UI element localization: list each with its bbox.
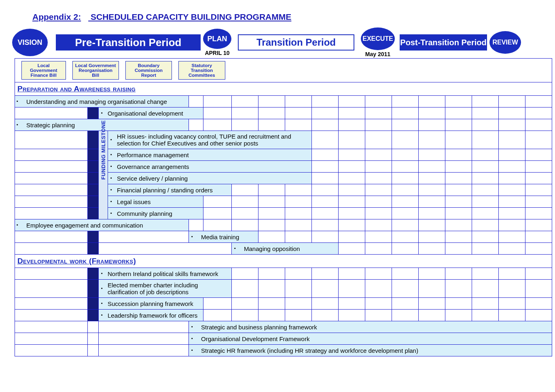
tag-finance-bill: Local GovernmentFinance Bill [21, 61, 66, 80]
row-strategic-planning: Strategic planning [15, 119, 552, 131]
row-succession-planning: Succession planning framework [15, 298, 552, 310]
cell-org-development: Organisational development [99, 107, 203, 119]
review-badge: REVIEW [489, 31, 521, 54]
section-preparation: Preparation and Awareness raising [15, 82, 552, 96]
tag-boundary-report: BoundaryCommission Report [125, 61, 172, 80]
row-understanding-change: Understanding and managing organisationa… [15, 96, 552, 107]
post-transition-label: Post-Transition Period [400, 34, 487, 51]
row-strategic-business-planning: Strategic and business planning framewor… [15, 321, 552, 333]
row-hr-issues: FUNDING MILESTONE HR issues- including v… [15, 131, 552, 149]
row-governance: Governance arrangements [15, 161, 552, 173]
row-managing-opposition: Managing opposition [15, 243, 552, 255]
row-service-delivery: Service delivery / planning [15, 173, 552, 184]
title-main: SCHEDULED CAPACITY BUILDING PROGRAMME [91, 12, 291, 21]
tags-row: Local GovernmentFinance Bill Local Gover… [15, 59, 552, 82]
row-community-planning: Community planning [15, 208, 552, 219]
date-may: May 2011 [365, 51, 390, 57]
row-org-development: Organisational development [15, 107, 552, 119]
section-developmental: Developmental work (Frameworks) [15, 255, 552, 268]
row-employee-engagement: Employee engagement and communication [15, 219, 552, 231]
row-ni-political-skills: Northern Ireland political skills framew… [15, 268, 552, 280]
execute-badge: EXECUTE [361, 27, 395, 50]
programme-table: Local GovernmentFinance Bill Local Gover… [15, 58, 552, 356]
vision-badge: VISION [12, 29, 48, 56]
tag-transition-committees: Statutory TransitionCommittees [178, 61, 225, 80]
phase-header: VISION Pre-Transition Period PLAN APRIL … [12, 29, 543, 56]
plan-badge: PLAN [203, 29, 231, 49]
title-lead: Appendix 2: [32, 12, 81, 21]
row-legal-issues: Legal issues [15, 196, 552, 208]
row-leadership-framework: Leadership framework for officers [15, 310, 552, 321]
row-strategic-hr-framework: Strategic HR framework (including HR str… [15, 345, 552, 356]
date-april: APRIL 10 [205, 50, 229, 56]
funding-milestone: FUNDING MILESTONE [99, 131, 108, 219]
row-performance-mgmt: Performance management [15, 149, 552, 161]
transition-label: Transition Period [238, 34, 354, 51]
tag-reorg-bill: Local GovernmentReorganisation Bill [72, 61, 119, 80]
row-financial-planning: Financial planning / standing orders [15, 184, 552, 196]
page-title: Appendix 2: SCHEDULED CAPACITY BUILDING … [32, 12, 543, 22]
row-member-charter: Elected member charter including clarifi… [15, 280, 552, 298]
row-media-training: Media training [15, 231, 552, 243]
row-org-dev-framework: Organisational Development Framework [15, 333, 552, 345]
pre-transition-label: Pre-Transition Period [56, 34, 201, 51]
